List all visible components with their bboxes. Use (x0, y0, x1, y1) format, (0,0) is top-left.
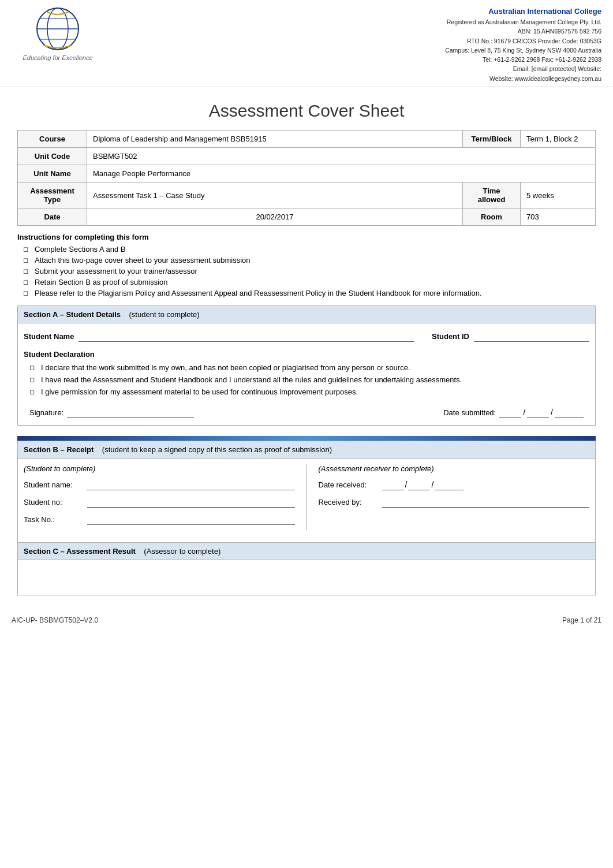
campus-line: Campus: Level 8, 75 King St, Sydney NSW … (110, 46, 601, 55)
term-block-value: Term 1, Block 2 (521, 131, 596, 148)
assessment-type-label: Assessment Type (18, 182, 87, 208)
time-allowed-label: Time allowed (463, 182, 521, 208)
receipt-date-received-label: Date received: (319, 480, 382, 489)
date-day[interactable] (499, 407, 521, 418)
receipt-task-no-row: Task No.: (24, 513, 295, 525)
date-submitted-field: Date submitted: / / (443, 407, 584, 418)
term-block-label: Term/Block (463, 131, 521, 148)
assessment-type-value: Assessment Task 1 – Case Study (87, 182, 463, 208)
section-a-title: Section A – Student Details (24, 310, 121, 319)
signature-line[interactable] (67, 407, 194, 418)
section-c-body (18, 560, 595, 595)
receipt-date-boxes: / / (382, 479, 464, 490)
abn-line: ABN: 15 AHN6957576 592 756 (110, 27, 601, 36)
receipt-student-no-line[interactable] (87, 496, 295, 508)
list-item: I declare that the work submitted is my … (29, 363, 589, 372)
room-value: 703 (521, 208, 596, 226)
declaration-title: Student Declaration (24, 350, 589, 359)
receipt-left: (Student to complete) Student name: Stud… (24, 464, 307, 531)
receipt-task-no-line[interactable] (87, 513, 295, 525)
logo-tagline: Educating for Excellence (23, 54, 92, 61)
date-year[interactable] (555, 407, 584, 418)
receipt-date-day[interactable] (382, 479, 404, 490)
doc-id: AIC-UP- BSBMGT502–V2.0 (12, 616, 98, 624)
header-info: Australian International College Registe… (110, 6, 601, 83)
tel-line: Tel: +61-2-9262 2968 Fax: +61-2-9262 293… (110, 55, 601, 64)
table-row-date: Date 20/02/2017 Room 703 (18, 208, 596, 226)
section-a-header: Section A – Student Details (student to … (17, 306, 596, 323)
receipt-received-by-label: Received by: (319, 498, 382, 506)
receipt-date-received-row: Date received: / / (319, 479, 590, 490)
receipt-student-no-label: Student no: (24, 498, 87, 506)
receipt-received-by-row: Received by: (319, 496, 590, 508)
email-line: Email: [email protected] Website: (110, 64, 601, 73)
section-a-body: Student Name Student ID Student Declarat… (17, 323, 596, 426)
section-c-title: Section C – Assessment Result (24, 547, 136, 556)
receipt-date-year[interactable] (435, 479, 464, 490)
instructions-section: Instructions for completing this form Co… (17, 233, 596, 297)
page-title: Assessment Cover Sheet (17, 101, 596, 121)
date-value: 20/02/2017 (87, 208, 463, 226)
signature-field: Signature: (29, 407, 194, 418)
section-b-body: (Student to complete) Student name: Stud… (18, 459, 595, 542)
registered-line: Registered as Australasian Management Co… (110, 17, 601, 27)
list-item: I have read the Assessment and Student H… (29, 375, 589, 384)
section-c-subtitle: (Assessor to complete) (144, 547, 220, 556)
unit-code-label: Unit Code (18, 148, 87, 165)
list-item: Retain Section B as proof of submission (23, 278, 596, 286)
course-label: Course (18, 131, 87, 148)
instructions-list: Complete Sections A and B Attach this tw… (17, 245, 596, 297)
table-row-unit-code: Unit Code BSBMGT502 (18, 148, 596, 165)
section-b-container: Section B – Receipt (student to keep a s… (17, 441, 596, 595)
receipt-student-name-row: Student name: (24, 479, 295, 490)
unit-name-label: Unit Name (18, 165, 87, 182)
main-content: Assessment Cover Sheet Course Diploma of… (0, 87, 613, 607)
unit-code-value: BSBMGT502 (87, 148, 596, 165)
course-value: Diploma of Leadership and Management BSB… (87, 131, 463, 148)
receipt-date-month[interactable] (408, 479, 430, 490)
signature-label: Signature: (29, 408, 63, 417)
date-boxes: / / (499, 407, 584, 418)
time-allowed-value: 5 weeks (521, 182, 596, 208)
declaration-list: I declare that the work submitted is my … (24, 363, 589, 396)
student-name-label: Student Name (24, 332, 74, 341)
list-item: Submit your assessment to your trainer/a… (23, 267, 596, 275)
receipt-right: (Assessment receiver to complete) Date r… (307, 464, 590, 531)
list-item: Complete Sections A and B (23, 245, 596, 254)
page-footer: AIC-UP- BSBMGT502–V2.0 Page 1 of 21 (0, 613, 613, 628)
instructions-title: Instructions for completing this form (17, 233, 596, 241)
list-item: Attach this two-page cover sheet to your… (23, 256, 596, 265)
list-item: I give permission for my assessment mate… (29, 388, 589, 396)
page-number: Page 1 of 21 (562, 616, 601, 624)
receipt-student-name-label: Student name: (24, 480, 87, 489)
section-b-subtitle: (student to keep a signed copy of this s… (102, 445, 332, 454)
assessment-receiver-label: (Assessment receiver to complete) (319, 464, 590, 473)
table-row-assessment-type: Assessment Type Assessment Task 1 – Case… (18, 182, 596, 208)
signature-area: Signature: Date submitted: / / (24, 407, 589, 418)
section-c-header: Section C – Assessment Result (Assessor … (18, 542, 595, 560)
website-line: Website: www.idealcollegesydney.com.au (110, 74, 601, 83)
college-logo (35, 6, 81, 52)
room-label: Room (463, 208, 521, 226)
table-row-course: Course Diploma of Leadership and Managem… (18, 131, 596, 148)
unit-name-value: Manage People Performance (87, 165, 596, 182)
page-header: Educating for Excellence Australian Inte… (0, 0, 613, 87)
section-b-title: Section B – Receipt (24, 445, 94, 454)
blue-divider (17, 436, 596, 441)
receipt-task-no-label: Task No.: (24, 515, 87, 524)
receipt-columns: (Student to complete) Student name: Stud… (24, 464, 589, 531)
date-submitted-label: Date submitted: (443, 408, 496, 417)
receipt-student-no-row: Student no: (24, 496, 295, 508)
date-month[interactable] (527, 407, 549, 418)
student-id-label: Student ID (432, 332, 469, 341)
receipt-student-name-line[interactable] (87, 479, 295, 490)
receipt-received-by-line[interactable] (382, 496, 590, 508)
date-label: Date (18, 208, 87, 226)
student-name-row: Student Name Student ID (24, 330, 589, 342)
section-a-subtitle: (student to complete) (129, 310, 200, 319)
rto-line: RTO No.: 91679 CRICOS Provider Code: 030… (110, 36, 601, 46)
table-row-unit-name: Unit Name Manage People Performance (18, 165, 596, 182)
logo-area: Educating for Excellence (6, 6, 110, 61)
section-b-header: Section B – Receipt (student to keep a s… (18, 441, 595, 459)
info-table: Course Diploma of Leadership and Managem… (17, 130, 596, 226)
